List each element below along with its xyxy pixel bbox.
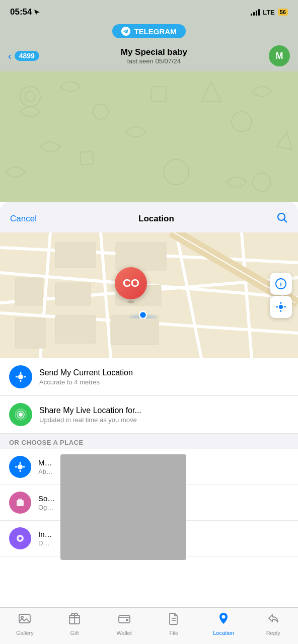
location-arrow-icon: [34, 9, 40, 16]
svg-point-48: [18, 464, 23, 469]
chat-name: My Special baby: [121, 47, 187, 57]
svg-rect-62: [119, 615, 130, 623]
unread-count: 4899: [15, 51, 39, 61]
avatar[interactable]: M: [269, 45, 290, 66]
svg-point-32: [139, 311, 146, 318]
tab-gallery[interactable]: Gallery: [0, 612, 50, 636]
chat-nav: ‹ 4899 My Special baby last seen 05/07/2…: [0, 42, 298, 71]
tab-file[interactable]: File: [149, 612, 199, 636]
svg-point-1: [20, 87, 40, 107]
share-live-text: Share My Live Location for... Updated in…: [39, 406, 289, 424]
svg-rect-28: [15, 318, 45, 348]
send-current-text: Send My Current Location Accurate to 4 m…: [39, 368, 289, 386]
status-right: LTE 56: [251, 9, 288, 16]
share-live-label: Share My Live Location for...: [39, 406, 289, 415]
share-live-sub: Updated in real time as you move: [39, 416, 289, 424]
map-svg: [0, 232, 298, 358]
svg-rect-27: [15, 278, 43, 305]
background-pattern: [0, 71, 298, 202]
svg-marker-0: [34, 10, 40, 15]
telegram-label: TELEGRAM: [134, 27, 176, 36]
svg-rect-63: [126, 619, 128, 621]
chat-background: [0, 71, 298, 202]
file-label: File: [169, 630, 178, 636]
place-icon-2: [9, 492, 31, 514]
svg-point-5: [232, 112, 252, 132]
share-live-location-item[interactable]: Share My Live Location for... Updated in…: [0, 396, 298, 434]
telegram-bar: TELEGRAM: [0, 22, 298, 42]
status-time: 05:54: [10, 7, 40, 17]
svg-point-2: [25, 92, 35, 102]
battery-indicator: 56: [278, 9, 288, 16]
chat-info: My Special baby last seen 05/07/24: [121, 47, 187, 65]
svg-rect-7: [81, 152, 93, 165]
options-list: Send My Current Location Accurate to 4 m…: [0, 358, 298, 434]
signal-bars: [251, 9, 260, 16]
locate-button[interactable]: [270, 296, 292, 318]
file-icon: [167, 612, 180, 628]
location-header: Cancel Location: [0, 202, 298, 232]
gallery-icon: [18, 612, 31, 628]
back-chevron-icon: ‹: [8, 50, 12, 62]
svg-text:i: i: [280, 280, 282, 288]
tab-location[interactable]: Location: [199, 612, 249, 636]
gallery-label: Gallery: [16, 630, 34, 636]
svg-point-35: [279, 305, 283, 309]
svg-rect-29: [55, 315, 96, 343]
svg-point-58: [21, 616, 23, 618]
tab-gift[interactable]: Gift: [50, 612, 100, 636]
svg-point-40: [18, 374, 23, 379]
send-current-sub: Accurate to 4 metres: [39, 378, 289, 386]
location-pin: CO: [115, 267, 147, 303]
svg-point-8: [253, 173, 271, 191]
svg-rect-54: [18, 499, 22, 501]
svg-point-3: [93, 104, 108, 119]
svg-rect-23: [55, 243, 96, 268]
back-button[interactable]: ‹ 4899: [8, 50, 39, 62]
current-location-icon: [9, 365, 32, 388]
redaction-overlay: [60, 454, 186, 560]
reply-label: Reply: [266, 630, 280, 636]
location-icon: [217, 612, 230, 628]
tab-bar-spacer: [0, 556, 298, 607]
wallet-icon: [118, 612, 131, 628]
section-header-label: OR CHOOSE A PLACE: [9, 439, 289, 446]
tab-bar: Gallery Gift Wallet: [0, 607, 298, 644]
gift-label: Gift: [70, 630, 79, 636]
svg-point-6: [164, 159, 189, 185]
tab-reply[interactable]: Reply: [248, 612, 298, 636]
svg-point-45: [19, 413, 23, 417]
location-bottom-sheet: Cancel Location: [0, 202, 298, 556]
pin-label: CO: [115, 267, 147, 299]
svg-line-10: [284, 220, 287, 223]
svg-rect-57: [19, 614, 30, 623]
places-list: M… Ab… So… Bar Og… e: [0, 449, 298, 556]
gift-icon: [68, 612, 81, 628]
map-controls: i: [270, 273, 292, 318]
chat-status: last seen 05/07/24: [121, 57, 187, 65]
cancel-button[interactable]: Cancel: [10, 214, 37, 224]
place-icon-3: [9, 527, 31, 549]
svg-point-56: [19, 537, 22, 540]
send-current-location-item[interactable]: Send My Current Location Accurate to 4 m…: [0, 358, 298, 396]
location-title: Location: [138, 214, 174, 224]
reply-icon: [267, 612, 280, 628]
svg-point-66: [222, 615, 226, 619]
send-current-label: Send My Current Location: [39, 368, 289, 377]
search-icon: [276, 211, 288, 223]
live-location-icon: [9, 403, 32, 426]
search-icon-button[interactable]: [276, 211, 288, 226]
info-button[interactable]: i: [270, 273, 292, 295]
lte-label: LTE: [263, 9, 275, 16]
telegram-icon: [121, 27, 130, 36]
svg-rect-4: [151, 87, 166, 102]
tab-wallet[interactable]: Wallet: [99, 612, 149, 636]
telegram-pill: TELEGRAM: [112, 24, 185, 38]
map-view[interactable]: CO i: [0, 232, 298, 358]
svg-rect-24: [116, 243, 166, 270]
status-bar: 05:54 LTE 56: [0, 0, 298, 22]
wallet-label: Wallet: [117, 630, 132, 636]
place-icon-1: [9, 456, 31, 478]
section-header: OR CHOOSE A PLACE: [0, 434, 298, 449]
pin-shadow: [127, 300, 134, 303]
